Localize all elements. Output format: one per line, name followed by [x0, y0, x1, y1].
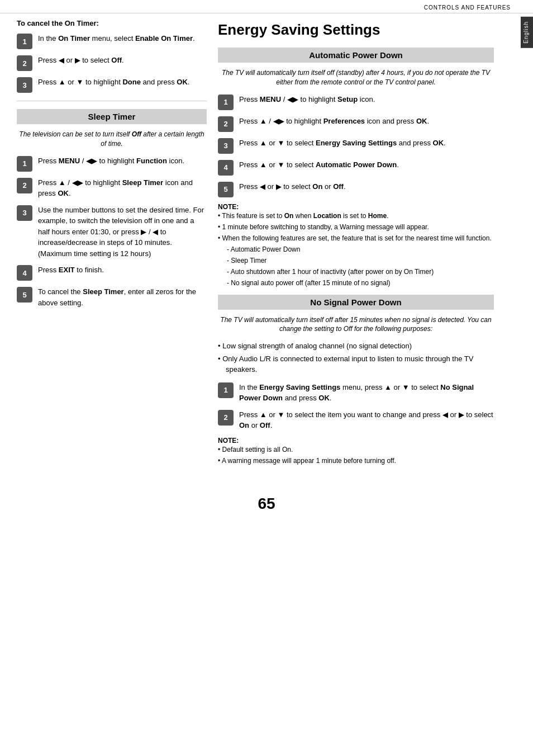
- apd-step-number-3: 3: [218, 138, 234, 154]
- sleep-step-number-5: 5: [17, 287, 32, 303]
- apd-step-3-text: Press ▲ or ▼ to select Energy Saving Set…: [239, 138, 494, 149]
- no-signal-italic-note: The TV will automatically turn itself of…: [218, 315, 494, 334]
- sleep-step-1: 1 Press MENU / ◀▶ to highlight Function …: [17, 155, 207, 172]
- apd-step-number-4: 4: [218, 160, 234, 176]
- automatic-power-down-note: The TV will automatically turn itself of…: [218, 68, 494, 87]
- apd-step-number-2: 2: [218, 116, 234, 132]
- apd-step-4-text: Press ▲ or ▼ to select Automatic Power D…: [239, 159, 494, 171]
- step-number-1: 1: [17, 34, 32, 49]
- sleep-step-4-text: Press EXIT to finish.: [38, 264, 207, 276]
- apd-step-2-text: Press ▲ / ◀▶ to highlight Preferences ic…: [239, 116, 494, 127]
- apd-step-number-1: 1: [218, 94, 234, 110]
- step-number-2: 2: [17, 55, 32, 71]
- sleep-step-3: 3 Use the number buttons to set the desi…: [17, 205, 207, 259]
- apd-sub-note-1: Automatic Power Down: [227, 244, 494, 254]
- apd-step-4: 4 Press ▲ or ▼ to select Automatic Power…: [218, 159, 494, 176]
- step-number-3: 3: [17, 77, 32, 93]
- sleep-step-2-text: Press ▲ / ◀▶ to highlight Sleep Timer ic…: [38, 177, 207, 199]
- cancel-step-2-text: Press ◀ or ▶ to select Off.: [38, 55, 207, 66]
- apd-note-3: When the following features are set, the…: [218, 233, 494, 243]
- sleep-step-2: 2 Press ▲ / ◀▶ to highlight Sleep Timer …: [17, 177, 207, 199]
- no-signal-bullet-1: Low signal strength of analog channel (n…: [218, 341, 494, 352]
- nspd-note-2: A warning message will appear 1 minute b…: [218, 456, 494, 466]
- sleep-step-number-2: 2: [17, 178, 32, 193]
- cancel-step-3-text: Press ▲ or ▼ to highlight Done and press…: [38, 77, 207, 88]
- apd-step-1: 1 Press MENU / ◀▶ to highlight Setup ico…: [218, 94, 494, 110]
- apd-sub-note-2: Sleep Timer: [227, 256, 494, 266]
- sleep-step-number-3: 3: [17, 205, 32, 221]
- apd-step-1-text: Press MENU / ◀▶ to highlight Setup icon.: [239, 94, 494, 105]
- sleep-timer-title: Sleep Timer: [17, 109, 207, 124]
- right-column: Energy Saving Settings Automatic Power D…: [218, 19, 511, 472]
- apd-sub-note-4: No signal auto power off (after 15 minut…: [227, 278, 494, 288]
- nspd-step-number-2: 2: [218, 410, 234, 426]
- header-title: CONTROLS AND FEATURES: [424, 4, 511, 11]
- page-title: Energy Saving Settings: [218, 21, 494, 39]
- sleep-timer-italic-note: The television can be set to turn itself…: [17, 130, 207, 149]
- page-number: 65: [0, 495, 533, 524]
- sleep-step-5: 5 To cancel the Sleep Timer, enter all z…: [17, 286, 207, 308]
- nspd-step-2-text: Press ▲ or ▼ to select the item you want…: [239, 409, 494, 431]
- apd-step-3: 3 Press ▲ or ▼ to select Energy Saving S…: [218, 138, 494, 154]
- no-signal-bullets: Low signal strength of analog channel (n…: [218, 341, 494, 375]
- apd-note-label: NOTE:: [218, 203, 494, 211]
- sleep-timer-title-text: Sleep Timer: [88, 112, 136, 121]
- sleep-step-number-4: 4: [17, 265, 32, 281]
- apd-note-1: This feature is set to On when Location …: [218, 211, 494, 221]
- nspd-note-1: Default setting is all On.: [218, 445, 494, 455]
- no-signal-power-down-title-text: No Signal Power Down: [310, 297, 401, 307]
- apd-note-section: NOTE: This feature is set to On when Loc…: [218, 203, 494, 288]
- nspd-step-number-1: 1: [218, 382, 234, 398]
- language-label: English: [523, 21, 529, 44]
- nspd-note-label: NOTE:: [218, 437, 494, 445]
- nspd-step-1: 1 In the Energy Saving Settings menu, pr…: [218, 382, 494, 404]
- left-column: To cancel the On Timer: 1 In the On Time…: [17, 19, 207, 472]
- divider-1: [17, 101, 207, 101]
- sleep-step-4: 4 Press EXIT to finish.: [17, 264, 207, 281]
- main-container: To cancel the On Timer: 1 In the On Time…: [0, 13, 533, 484]
- cancel-step-3: 3 Press ▲ or ▼ to highlight Done and pre…: [17, 77, 207, 93]
- no-signal-power-down-title: No Signal Power Down: [218, 295, 494, 310]
- automatic-power-down-title-text: Automatic Power Down: [309, 50, 403, 60]
- apd-sub-note-3: Auto shutdown after 1 hour of inactivity…: [227, 267, 494, 277]
- cancel-step-2: 2 Press ◀ or ▶ to select Off.: [17, 55, 207, 71]
- cancel-step-1-text: In the On Timer menu, select Enable On T…: [38, 33, 207, 44]
- sleep-step-number-1: 1: [17, 156, 32, 172]
- nspd-note-section: NOTE: Default setting is all On. A warni…: [218, 437, 494, 466]
- cancel-heading: To cancel the On Timer:: [17, 19, 207, 27]
- sleep-step-3-text: Use the number buttons to set the desire…: [38, 205, 207, 259]
- apd-step-2: 2 Press ▲ / ◀▶ to highlight Preferences …: [218, 116, 494, 132]
- automatic-power-down-title: Automatic Power Down: [218, 48, 494, 63]
- apd-step-5: 5 Press ◀ or ▶ to select On or Off.: [218, 181, 494, 197]
- sleep-step-5-text: To cancel the Sleep Timer, enter all zer…: [38, 286, 207, 308]
- apd-step-5-text: Press ◀ or ▶ to select On or Off.: [239, 181, 494, 192]
- cancel-step-1: 1 In the On Timer menu, select Enable On…: [17, 33, 207, 49]
- apd-note-2: 1 minute before switching to standby, a …: [218, 222, 494, 232]
- nspd-step-1-text: In the Energy Saving Settings menu, pres…: [239, 382, 494, 404]
- no-signal-bullet-2: Only Audio L/R is connected to external …: [218, 353, 494, 375]
- language-tab: English: [521, 17, 533, 48]
- sleep-step-1-text: Press MENU / ◀▶ to highlight Function ic…: [38, 155, 207, 167]
- apd-step-number-5: 5: [218, 182, 234, 197]
- page-header: CONTROLS AND FEATURES: [0, 0, 533, 13]
- nspd-step-2: 2 Press ▲ or ▼ to select the item you wa…: [218, 409, 494, 431]
